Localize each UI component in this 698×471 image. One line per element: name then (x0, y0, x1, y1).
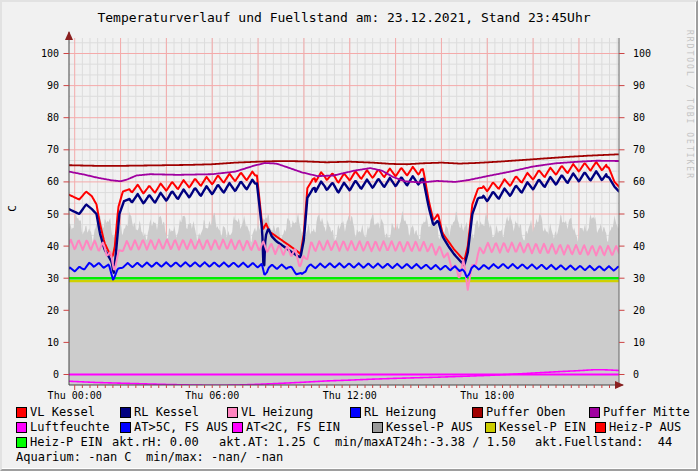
y-tick-label-right: 80 (633, 112, 659, 123)
y-tick-label-right: 70 (633, 144, 659, 155)
legend-color-swatch (595, 422, 606, 433)
legend-color-swatch (120, 422, 131, 433)
legend-label: Heiz-P AUS (609, 421, 681, 434)
legend-color-swatch (16, 422, 27, 433)
legend-label: akt.AT: 1.25 C (219, 436, 320, 449)
legend-label: akt.Fuellstand: 44 (535, 436, 672, 449)
legend-color-swatch (372, 422, 383, 433)
y-tick-label: 30 (37, 273, 59, 284)
y-tick-label-right: 10 (633, 337, 659, 348)
y-tick-label: 10 (37, 337, 59, 348)
y-tick-label-right: 100 (633, 48, 659, 59)
legend-label: Kessel-P EIN (499, 421, 586, 434)
legend-color-swatch (227, 407, 238, 418)
y-tick-label: 50 (37, 209, 59, 220)
legend-label: Kessel-P AUS (386, 421, 473, 434)
series-group (69, 154, 619, 385)
legend-color-swatch (589, 407, 600, 418)
legend-color-swatch (232, 422, 243, 433)
legend-label: VL Kessel (30, 406, 95, 419)
y-axis-arrow-icon (65, 31, 73, 40)
legend-color-swatch (120, 407, 131, 418)
y-tick-label: 90 (37, 80, 59, 91)
legend-label: min/maxAT24h:-3.38 / 1.50 (335, 436, 516, 449)
legend-label: akt.rH: 0.00 (112, 436, 199, 449)
y-tick-label-right: 50 (633, 209, 659, 220)
legend-label: VL Heizung (241, 406, 313, 419)
legend-label: RL Heizung (364, 406, 436, 419)
y-tick-label: 60 (37, 176, 59, 187)
legend-color-swatch (16, 407, 27, 418)
x-tick-label: Thu 06:00 (172, 390, 252, 401)
y-tick-label: 100 (37, 48, 59, 59)
legend-color-swatch (472, 407, 483, 418)
legend-label: Aquarium: -nan C min/max: -nan/ -nan (16, 451, 283, 464)
x-tick-label: Thu 00:00 (35, 390, 115, 401)
legend-color-swatch (485, 422, 496, 433)
y-tick-label: 0 (37, 369, 59, 380)
series-kessel_p_aus (69, 211, 619, 385)
y-tick-label-right: 60 (633, 176, 659, 187)
legend-label: AT<2C, FS EIN (246, 421, 340, 434)
x-tick-label: Thu 12:00 (310, 390, 390, 401)
legend-color-swatch (16, 437, 27, 448)
legend-label: Puffer Oben (486, 406, 565, 419)
y-tick-label-right: 40 (633, 241, 659, 252)
legend-label: Heiz-P EIN (30, 436, 102, 449)
rrdtool-graph: Temperaturverlauf und Fuellstand am: 23.… (0, 0, 698, 471)
legend-label: Luftfeuchte (30, 421, 109, 434)
y-tick-label-right: 30 (633, 273, 659, 284)
x-tick-label: Thu 18:00 (447, 390, 527, 401)
y-tick-label: 40 (37, 241, 59, 252)
legend-label: AT>5C, FS AUS (134, 421, 228, 434)
y-tick-label: 80 (37, 112, 59, 123)
y-tick-label: 70 (37, 144, 59, 155)
y-tick-label-right: 20 (633, 305, 659, 316)
y-tick-label-right: 0 (633, 369, 659, 380)
y-tick-label-right: 90 (633, 80, 659, 91)
legend-label: RL Kessel (134, 406, 199, 419)
legend-label: Puffer Mitte (603, 406, 690, 419)
y-tick-label: 20 (37, 305, 59, 316)
legend-color-swatch (350, 407, 361, 418)
